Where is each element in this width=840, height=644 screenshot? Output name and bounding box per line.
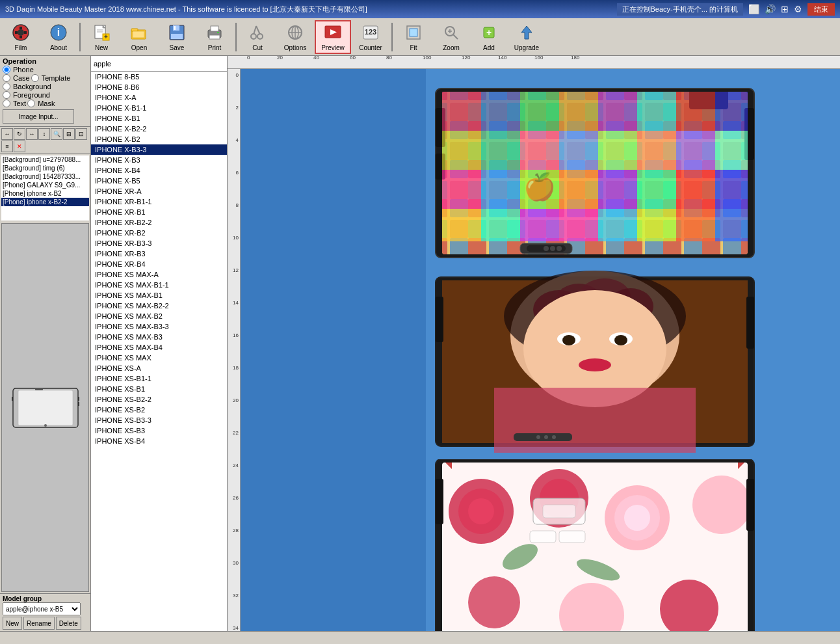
history-item-3[interactable]: [Phone] GALAXY S9_G9... (1, 181, 89, 189)
phone-list-item-8[interactable]: IPHONE X-B3 (91, 155, 227, 165)
new-button[interactable]: + New (83, 20, 120, 54)
film-button[interactable]: Film (3, 20, 39, 54)
phone-list-item-34[interactable]: IPHONE XS-B3 (91, 425, 227, 436)
phone-list-item-29[interactable]: IPHONE XS-B1-1 (91, 373, 227, 384)
phone-list-item-23[interactable]: IPHONE XS MAX-B2 (91, 311, 227, 321)
add-button[interactable]: + Add (471, 20, 507, 54)
phone-list-item-35[interactable]: IPHONE XS-B4 (91, 436, 227, 446)
ruler-v-16: 32 (233, 593, 239, 598)
delete-icon-btn[interactable]: ✕ (14, 141, 25, 152)
counter-button[interactable]: 123 Counter (352, 20, 389, 54)
options-button[interactable]: Options (277, 20, 313, 54)
phone-list-item-9[interactable]: IPHONE X-B4 (91, 165, 227, 176)
phone-list-item-3[interactable]: IPHONE X-B1-1 (91, 103, 227, 113)
mask-radio[interactable] (27, 100, 35, 107)
model-group-select[interactable]: apple@iphone x-B5 (3, 602, 81, 615)
phone-list-item-13[interactable]: IPHONE XR-B1 (91, 207, 227, 217)
history-item-1[interactable]: [Background] timg (6) (1, 164, 89, 172)
case-radio-label: Case (13, 74, 30, 82)
phone-list-item-15[interactable]: IPHONE XR-B2 (91, 228, 227, 238)
phone-list-item-20[interactable]: IPHONE XS MAX-B1-1 (91, 280, 227, 290)
phone-list-item-32[interactable]: IPHONE XS-B2 (91, 405, 227, 415)
phone-list-item-33[interactable]: IPHONE XS-B3-3 (91, 415, 227, 425)
background-radio[interactable] (3, 83, 10, 90)
phone-list-item-5[interactable]: IPHONE X-B2-2 (91, 124, 227, 134)
svg-rect-16 (133, 31, 144, 38)
svg-rect-50 (12, 397, 13, 401)
cut-button[interactable]: Cut (239, 20, 276, 54)
flip-h-icon-btn[interactable]: ↔ (26, 128, 38, 140)
text-radio[interactable] (3, 100, 10, 107)
phone-list-item-24[interactable]: IPHONE XS MAX-B3-3 (91, 321, 227, 332)
model-delete-button[interactable]: Delete (56, 617, 81, 630)
phone-list-item-2[interactable]: IPHONE X-A (91, 92, 227, 103)
phone-mockup-3[interactable] (429, 459, 761, 631)
phone-list-item-26[interactable]: IPHONE XS MAX-B4 (91, 342, 227, 353)
end-button[interactable]: 结束 (807, 3, 835, 16)
about-button[interactable]: i About (40, 20, 77, 54)
zoom-button[interactable]: Zoom (433, 20, 469, 54)
image-input-button[interactable]: Image Input... (3, 109, 74, 124)
case-radio[interactable] (3, 74, 10, 82)
rotate-icon-btn[interactable]: ↻ (14, 128, 25, 140)
phone-list-item-27[interactable]: IPHONE XS MAX (91, 353, 227, 363)
phone-list-item-6[interactable]: IPHONE X-B2 (91, 134, 227, 144)
phone-list-item-7[interactable]: IPHONE X-B3-3 (91, 144, 227, 155)
phone-radio-label: Phone (13, 66, 34, 74)
flip-v-icon-btn[interactable]: ↕ (38, 128, 50, 140)
phone-radio[interactable] (3, 66, 10, 74)
phone-list-item-28[interactable]: IPHONE XS-A (91, 363, 227, 373)
zoom-in-icon-btn[interactable]: 🔍 (51, 128, 62, 140)
align-icon-btn[interactable]: ≡ (1, 141, 13, 152)
mask-radio-label: Mask (38, 100, 55, 107)
canvas-drawing-area[interactable]: 🍎 (241, 69, 840, 631)
phone-list-item-19[interactable]: IPHONE XS MAX-A (91, 269, 227, 280)
foreground-radio[interactable] (3, 91, 10, 99)
preview-button[interactable]: Preview (315, 20, 351, 54)
print-button[interactable]: Print (196, 20, 233, 54)
history-item-5[interactable]: [Phone] iphone x-B2-2 (1, 198, 89, 206)
phone-list-item-30[interactable]: IPHONE XS-B1 (91, 384, 227, 394)
upgrade-button[interactable]: Upgrade (508, 20, 545, 54)
save-button[interactable]: Save (159, 20, 195, 54)
svg-rect-93 (715, 170, 748, 209)
canvas-area[interactable]: /* ruler marks rendered below */ 0 20 40… (228, 56, 840, 631)
fit-icon-btn[interactable]: ⊡ (75, 128, 87, 140)
history-item-2[interactable]: [Background] 154287333... (1, 172, 89, 181)
left-panel: Operation Phone Case Template Background (0, 56, 91, 631)
phone-list-item-17[interactable]: IPHONE XR-B3 (91, 248, 227, 259)
phone-list-item-21[interactable]: IPHONE XS MAX-B1 (91, 290, 227, 301)
template-radio[interactable] (31, 74, 39, 82)
fit-button[interactable]: Fit (395, 20, 432, 54)
ruler-v-17: 34 (233, 625, 239, 631)
svg-rect-84 (676, 131, 715, 170)
phone-list-item-31[interactable]: IPHONE XS-B2-2 (91, 394, 227, 405)
svg-rect-75 (637, 92, 676, 131)
svg-text:🍎: 🍎 (523, 171, 556, 202)
model-new-button[interactable]: New (3, 617, 22, 630)
phone-list-item-14[interactable]: IPHONE XR-B2-2 (91, 217, 227, 228)
move-icon-btn[interactable]: ↔ (1, 128, 13, 140)
canvas-left-panel (241, 69, 426, 631)
history-item-0[interactable]: [Background] u=2797088... (1, 155, 89, 164)
zoom-out-icon-btn[interactable]: ⊟ (63, 128, 75, 140)
phone-mockup-1[interactable]: 🍎 (429, 82, 761, 264)
phone-list-item-22[interactable]: IPHONE XS MAX-B2-2 (91, 301, 227, 311)
phone-list-item-11[interactable]: IPHONE XR-A (91, 186, 227, 196)
phone-list-item-12[interactable]: IPHONE XR-B1-1 (91, 196, 227, 207)
model-rename-button[interactable]: Rename (23, 617, 55, 630)
open-button[interactable]: Open (121, 20, 157, 54)
phone-list-item-18[interactable]: IPHONE XR-B4 (91, 259, 227, 269)
phone-list-item-0[interactable]: IPHONE 8-B5 (91, 72, 227, 82)
svg-rect-22 (211, 26, 218, 31)
phone-list-item-10[interactable]: IPHONE X-B5 (91, 176, 227, 186)
phone-mockup-2[interactable] (429, 271, 761, 453)
thumbnail-svg (7, 385, 85, 431)
phone-list-item-25[interactable]: IPHONE XS MAX-B3 (91, 332, 227, 342)
window-icon: ⊞ (781, 4, 789, 14)
history-item-4[interactable]: [Phone] iphone x-B2 (1, 189, 89, 198)
phone-list-item-4[interactable]: IPHONE X-B1 (91, 113, 227, 124)
phone-search-input[interactable] (91, 56, 227, 72)
phone-list-item-1[interactable]: IPHONE 8-B6 (91, 82, 227, 92)
phone-list-item-16[interactable]: IPHONE XR-B3-3 (91, 238, 227, 248)
